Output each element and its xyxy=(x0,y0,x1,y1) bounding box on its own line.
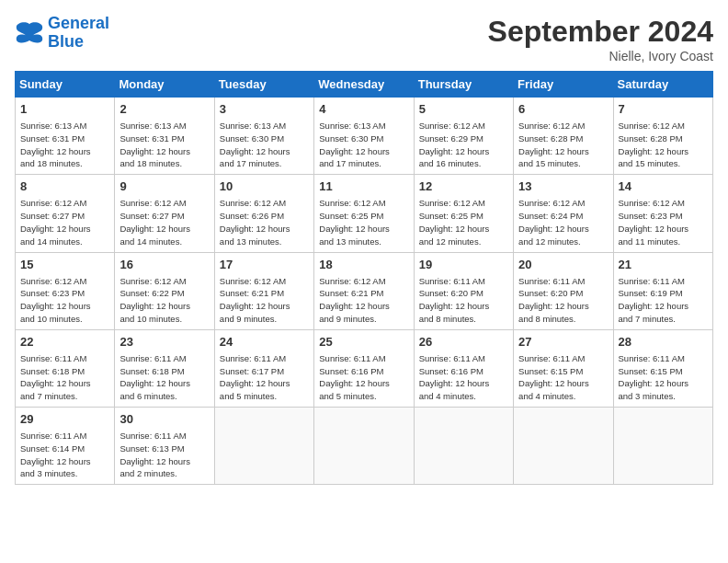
calendar-cell-28: 28Sunrise: 6:11 AMSunset: 6:15 PMDayligh… xyxy=(613,329,712,407)
calendar-cell-21: 21Sunrise: 6:11 AMSunset: 6:19 PMDayligh… xyxy=(613,252,712,329)
calendar-cell-24: 24Sunrise: 6:11 AMSunset: 6:17 PMDayligh… xyxy=(214,329,313,407)
calendar-cell-26: 26Sunrise: 6:11 AMSunset: 6:16 PMDayligh… xyxy=(414,329,513,407)
calendar-cell-9: 9Sunrise: 6:12 AMSunset: 6:27 PMDaylight… xyxy=(115,175,214,252)
weekday-header-wednesday: Wednesday xyxy=(314,72,414,98)
calendar-cell-22: 22Sunrise: 6:11 AMSunset: 6:18 PMDayligh… xyxy=(16,329,115,407)
calendar-cell-23: 23Sunrise: 6:11 AMSunset: 6:18 PMDayligh… xyxy=(115,329,214,407)
calendar-cell-2: 2Sunrise: 6:13 AMSunset: 6:31 PMDaylight… xyxy=(115,98,214,175)
calendar-cell-3: 3Sunrise: 6:13 AMSunset: 6:30 PMDaylight… xyxy=(214,98,313,175)
calendar-cell-18: 18Sunrise: 6:12 AMSunset: 6:21 PMDayligh… xyxy=(314,252,414,329)
calendar-cell-15: 15Sunrise: 6:12 AMSunset: 6:23 PMDayligh… xyxy=(16,252,115,329)
weekday-header-monday: Monday xyxy=(115,72,214,98)
header: General Blue September 2024 Nielle, Ivor… xyxy=(15,15,713,63)
weekday-header-friday: Friday xyxy=(514,72,613,98)
title-area: September 2024 Nielle, Ivory Coast xyxy=(488,15,713,63)
calendar-cell-16: 16Sunrise: 6:12 AMSunset: 6:22 PMDayligh… xyxy=(115,252,214,329)
calendar-cell-17: 17Sunrise: 6:12 AMSunset: 6:21 PMDayligh… xyxy=(214,252,313,329)
calendar-cell-empty xyxy=(514,408,613,485)
calendar-cell-14: 14Sunrise: 6:12 AMSunset: 6:23 PMDayligh… xyxy=(613,175,712,252)
calendar-cell-8: 8Sunrise: 6:12 AMSunset: 6:27 PMDaylight… xyxy=(16,175,115,252)
weekday-header-sunday: Sunday xyxy=(16,72,115,98)
calendar-cell-7: 7Sunrise: 6:12 AMSunset: 6:28 PMDaylight… xyxy=(613,98,712,175)
calendar-cell-29: 29Sunrise: 6:11 AMSunset: 6:14 PMDayligh… xyxy=(16,408,115,485)
calendar-table: SundayMondayTuesdayWednesdayThursdayFrid… xyxy=(15,71,713,485)
calendar-cell-13: 13Sunrise: 6:12 AMSunset: 6:24 PMDayligh… xyxy=(514,175,613,252)
calendar-cell-11: 11Sunrise: 6:12 AMSunset: 6:25 PMDayligh… xyxy=(314,175,414,252)
calendar-cell-10: 10Sunrise: 6:12 AMSunset: 6:26 PMDayligh… xyxy=(214,175,313,252)
logo: General Blue xyxy=(15,15,109,52)
weekday-header-tuesday: Tuesday xyxy=(214,72,313,98)
weekday-header-saturday: Saturday xyxy=(613,72,712,98)
calendar-cell-empty xyxy=(613,408,712,485)
calendar-week-1: 8Sunrise: 6:12 AMSunset: 6:27 PMDaylight… xyxy=(16,175,713,252)
logo-text: General Blue xyxy=(48,15,109,52)
calendar-cell-1: 1Sunrise: 6:13 AMSunset: 6:31 PMDaylight… xyxy=(16,98,115,175)
calendar-cell-27: 27Sunrise: 6:11 AMSunset: 6:15 PMDayligh… xyxy=(514,329,613,407)
calendar-week-3: 22Sunrise: 6:11 AMSunset: 6:18 PMDayligh… xyxy=(16,329,713,407)
calendar-cell-25: 25Sunrise: 6:11 AMSunset: 6:16 PMDayligh… xyxy=(314,329,414,407)
calendar-cell-4: 4Sunrise: 6:13 AMSunset: 6:30 PMDaylight… xyxy=(314,98,414,175)
calendar-week-2: 15Sunrise: 6:12 AMSunset: 6:23 PMDayligh… xyxy=(16,252,713,329)
calendar-cell-empty xyxy=(414,408,513,485)
calendar-cell-5: 5Sunrise: 6:12 AMSunset: 6:29 PMDaylight… xyxy=(414,98,513,175)
month-title: September 2024 xyxy=(488,15,713,49)
calendar-cell-30: 30Sunrise: 6:11 AMSunset: 6:13 PMDayligh… xyxy=(115,408,214,485)
calendar-cell-empty xyxy=(314,408,414,485)
location: Nielle, Ivory Coast xyxy=(488,49,713,63)
weekday-header-row: SundayMondayTuesdayWednesdayThursdayFrid… xyxy=(16,72,713,98)
calendar-cell-6: 6Sunrise: 6:12 AMSunset: 6:28 PMDaylight… xyxy=(514,98,613,175)
logo-bird-icon xyxy=(15,20,44,46)
calendar-cell-20: 20Sunrise: 6:11 AMSunset: 6:20 PMDayligh… xyxy=(514,252,613,329)
calendar-cell-empty xyxy=(214,408,313,485)
calendar-week-0: 1Sunrise: 6:13 AMSunset: 6:31 PMDaylight… xyxy=(16,98,713,175)
calendar-cell-12: 12Sunrise: 6:12 AMSunset: 6:25 PMDayligh… xyxy=(414,175,513,252)
weekday-header-thursday: Thursday xyxy=(414,72,513,98)
calendar-cell-19: 19Sunrise: 6:11 AMSunset: 6:20 PMDayligh… xyxy=(414,252,513,329)
calendar-week-4: 29Sunrise: 6:11 AMSunset: 6:14 PMDayligh… xyxy=(16,408,713,485)
